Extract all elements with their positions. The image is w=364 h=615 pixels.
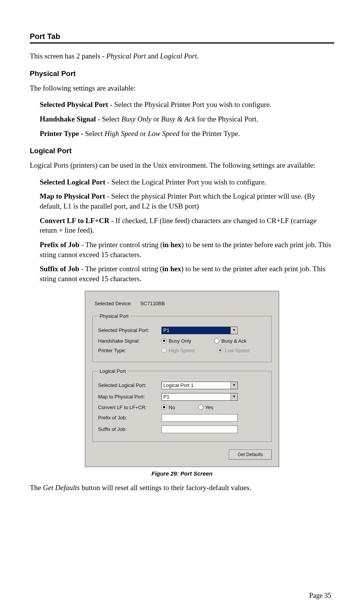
- radio-icon: [161, 338, 167, 343]
- text: for the Printer Type.: [179, 129, 240, 138]
- page-number: Page 35: [309, 592, 332, 600]
- chevron-down-icon: ▼: [230, 327, 237, 334]
- chevron-down-icon: ▼: [230, 382, 237, 389]
- radio-icon: [161, 348, 167, 353]
- text: Map to Physical Port: [40, 192, 105, 200]
- text: Logical Port: [160, 52, 197, 60]
- physical-intro: The following settings are available:: [30, 83, 334, 93]
- radio-label: Low Speed: [225, 348, 250, 353]
- text: .: [197, 52, 199, 60]
- text: for the Physical Port.: [195, 115, 258, 123]
- radio-icon: [214, 338, 219, 343]
- list-item: Map to Physical Port - Select the physic…: [40, 191, 334, 211]
- text: Selected Logical Port: [40, 178, 105, 186]
- list-item: Printer Type - Select High Speed or Low …: [40, 129, 334, 139]
- text: Printer Type -: [40, 129, 85, 138]
- text: Get Defaults: [43, 484, 80, 492]
- text: - Select the Physical Printer Port you w…: [108, 100, 271, 108]
- radio-high-speed[interactable]: High Speed: [161, 348, 195, 353]
- subheading-logical-port: Logical Port: [30, 147, 334, 155]
- radio-convert-no[interactable]: No: [161, 405, 175, 410]
- text: Convert LF to LF+CR: [40, 217, 110, 225]
- text: - Select: [96, 115, 121, 123]
- radio-convert-yes[interactable]: Yes: [198, 405, 213, 410]
- section-title-port-tab: Port Tab: [30, 32, 334, 41]
- map-to-physical-label: Map to Physical Port:: [98, 394, 161, 400]
- radio-busy-ack[interactable]: Busy & Ack: [214, 338, 246, 344]
- closing-paragraph: The Get Defaults button will reset all s…: [30, 483, 334, 493]
- port-dialog: Selected Device: SC7110BB Physical Port …: [85, 291, 279, 467]
- text: Suffix of Job: [40, 265, 79, 273]
- radio-label: Busy & Ack: [221, 338, 246, 344]
- text: Busy Only: [121, 115, 151, 123]
- text: Prefix of Job: [40, 241, 79, 249]
- suffix-input[interactable]: [161, 426, 238, 433]
- radio-label: No: [169, 405, 175, 410]
- text: in hex: [163, 265, 181, 273]
- select-value: P1: [163, 327, 169, 333]
- list-item: Prefix of Job - The printer control stri…: [40, 240, 334, 259]
- text: The: [30, 484, 43, 492]
- list-item: Handshake Signal - Select Busy Only or B…: [40, 114, 334, 124]
- text: Selected Physical Port: [40, 100, 108, 108]
- list-item: Selected Logical Port - Select the Logic…: [40, 177, 334, 187]
- text: Low Speed: [148, 129, 179, 138]
- text: or: [138, 129, 148, 138]
- convert-lf-label: Convert LF to LF+CR:: [98, 405, 161, 410]
- text: - The printer control string (: [79, 265, 162, 273]
- get-defaults-button[interactable]: Get Defaults: [229, 450, 272, 460]
- radio-busy-only[interactable]: Busy Only: [161, 338, 191, 344]
- select-value: P1: [163, 394, 169, 400]
- list-item: Suffix of Job - The printer control stri…: [40, 264, 334, 283]
- logical-intro: Logical Ports (printers) can be used in …: [30, 160, 334, 170]
- selected-physical-port-label: Selected Physical Port:: [98, 327, 161, 333]
- radio-low-speed[interactable]: Low Speed: [217, 348, 250, 353]
- intro-paragraph: This screen has 2 panels - Physical Port…: [30, 51, 334, 61]
- text: Physical Port: [106, 52, 146, 60]
- text: Busy & Ack: [161, 115, 195, 123]
- selected-device-label: Selected Device:: [95, 301, 139, 306]
- selected-device-value: SC7110BB: [140, 301, 165, 306]
- radio-icon: [161, 405, 167, 410]
- text: Handshake Signal: [40, 115, 96, 123]
- radio-label: Yes: [205, 405, 213, 410]
- handshake-label: Handshake Signal:: [98, 338, 161, 344]
- physical-port-legend: Physical Port: [98, 313, 130, 319]
- radio-icon: [198, 405, 203, 410]
- physical-port-group: Physical Port Selected Physical Port: P1…: [92, 313, 272, 362]
- text: or: [151, 115, 161, 123]
- rule: [30, 42, 334, 44]
- radio-icon: [217, 348, 223, 353]
- selected-logical-port-label: Selected Logical Port:: [98, 382, 161, 388]
- list-item: Selected Physical Port - Select the Phys…: [40, 100, 334, 110]
- selected-logical-port-select[interactable]: Logical Port 1 ▼: [161, 382, 238, 389]
- radio-label: Busy Only: [169, 338, 191, 344]
- printer-type-label: Printer Type:: [98, 348, 161, 353]
- map-to-physical-select[interactable]: P1 ▼: [161, 393, 238, 401]
- text: This screen has 2 panels -: [30, 52, 106, 60]
- figure-caption: Figure 29: Port Screen: [30, 470, 334, 477]
- select-value: Logical Port 1: [163, 382, 194, 388]
- chevron-down-icon: ▼: [230, 393, 237, 400]
- text: Select: [85, 129, 105, 138]
- text: and: [146, 52, 160, 60]
- suffix-label: Suffix of Job:: [98, 426, 161, 432]
- subheading-physical-port: Physical Port: [30, 70, 334, 78]
- text: button will reset all settings to their …: [80, 484, 251, 492]
- selected-device-row: Selected Device: SC7110BB: [95, 301, 272, 306]
- text: - The printer control string (: [79, 241, 163, 249]
- prefix-label: Prefix of Job:: [98, 415, 161, 421]
- text: - Select the Logical Printer Port you wi…: [105, 178, 266, 186]
- text: High Speed: [105, 129, 138, 138]
- radio-label: High Speed: [169, 348, 195, 353]
- selected-physical-port-select[interactable]: P1 ▼: [161, 327, 238, 334]
- logical-port-legend: Logical Port: [98, 368, 127, 374]
- logical-port-group: Logical Port Selected Logical Port: Logi…: [92, 368, 272, 442]
- list-item: Convert LF to LF+CR - If checked, LF (li…: [40, 216, 334, 235]
- text: in hex: [163, 241, 181, 249]
- prefix-input[interactable]: [161, 414, 238, 422]
